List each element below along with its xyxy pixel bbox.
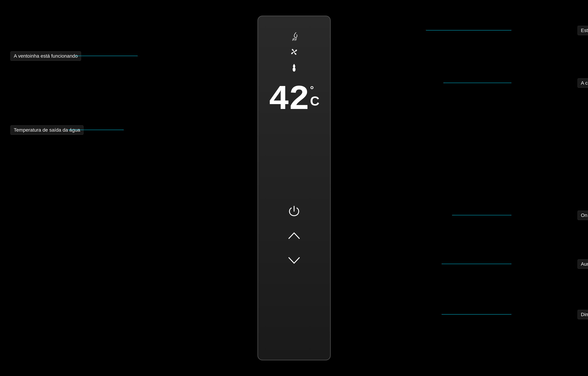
- svg-point-4: [293, 51, 295, 53]
- controls-section: [265, 126, 323, 346]
- temperature-unit: ° C: [310, 85, 319, 108]
- temperature-value: 42: [268, 82, 309, 117]
- flame-icon: [290, 62, 299, 74]
- svg-line-3: [292, 39, 293, 41]
- svg-line-1: [295, 39, 295, 41]
- svg-line-0: [294, 38, 294, 40]
- fan-icon: [289, 46, 299, 58]
- temp-down-button[interactable]: [287, 253, 301, 267]
- device-panel: 42 ° C: [257, 16, 331, 360]
- temp-up-button[interactable]: [287, 229, 301, 243]
- status-icons-section: [265, 30, 323, 74]
- temperature-display: 42 ° C: [268, 82, 319, 117]
- power-button[interactable]: [287, 205, 301, 219]
- svg-line-2: [296, 38, 296, 40]
- water-flow-icon: [289, 30, 299, 42]
